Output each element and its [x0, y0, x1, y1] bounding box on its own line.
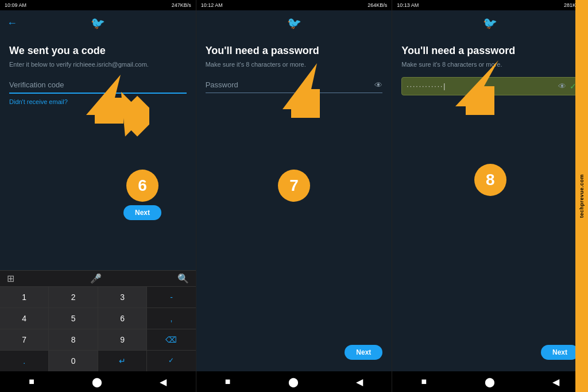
top-bar-2: 🐦: [196, 10, 392, 36]
eye-icon-2[interactable]: 👁: [374, 80, 382, 90]
screen1-title: We sent you a code: [9, 45, 187, 57]
status-time-1: 10:09 AM: [5, 2, 26, 8]
keyboard-grid-icon[interactable]: ⊞: [7, 273, 14, 284]
nav-back-1[interactable]: ◀: [160, 376, 167, 387]
twitter-logo-1: 🐦: [91, 16, 105, 30]
key-enter[interactable]: ↵: [98, 351, 146, 371]
keyboard-mic-icon[interactable]: 🎤: [90, 273, 102, 284]
key-0[interactable]: 0: [49, 351, 97, 371]
top-bar-3: 🐦: [392, 10, 588, 36]
status-bar-1: 10:09 AM 247KB/s: [0, 0, 196, 10]
key-1[interactable]: 1: [0, 287, 48, 308]
key-7[interactable]: 7: [0, 329, 48, 350]
key-3[interactable]: 3: [98, 287, 146, 308]
step-badge-6: 6: [126, 170, 158, 202]
screen2-subtitle: Make sure it's 8 characters or more.: [206, 61, 383, 68]
screen2-title: You'll need a password: [206, 45, 383, 57]
status-speed-2: 264KB/s: [368, 2, 387, 8]
key-6[interactable]: 6: [98, 308, 146, 329]
key-9[interactable]: 9: [98, 329, 146, 350]
watermark-text: techprevue.com: [579, 174, 585, 218]
content-2: You'll need a password Make sure it's 8 …: [196, 36, 392, 371]
screen-1: 10:09 AM 247KB/s ← 🐦 We sent you a code …: [0, 0, 196, 392]
content-3: You'll need a password Make sure it's 8 …: [392, 36, 588, 371]
status-time-3: 10:13 AM: [397, 2, 419, 8]
nav-back-2[interactable]: ◀: [356, 376, 363, 387]
password-input-wrapper-3: 👁 ✓: [401, 77, 579, 95]
status-bar-3: 10:13 AM 281KB/s: [392, 0, 588, 10]
nav-bar-2: ■ ⬤ ◀: [196, 371, 392, 392]
key-2[interactable]: 2: [49, 287, 97, 308]
nav-back-3[interactable]: ◀: [552, 376, 559, 387]
didnt-receive-link[interactable]: Didn't receive email?: [9, 98, 187, 105]
password-input-2[interactable]: [206, 77, 383, 93]
key-dash[interactable]: -: [147, 287, 195, 308]
next-button-2[interactable]: Next: [345, 345, 382, 360]
status-time-2: 10:12 AM: [201, 2, 223, 8]
screen-3: 10:13 AM 281KB/s 🐦 You'll need a passwor…: [392, 0, 588, 392]
password-input-3[interactable]: [401, 77, 579, 95]
status-bar-2: 10:12 AM 264KB/s: [196, 0, 392, 10]
key-check[interactable]: ✓: [147, 351, 195, 371]
nav-bar-3: ■ ⬤ ◀: [392, 371, 588, 392]
screen3-title: You'll need a password: [401, 45, 579, 57]
keyboard-search-icon[interactable]: 🔍: [177, 273, 189, 284]
keyboard-area: ⊞ 🎤 🔍 1 2 3 - 4 5 6 , 7 8 9 ⌫ . 0 ↵ ✓: [0, 270, 196, 371]
content-1: We sent you a code Enter it below to ver…: [0, 36, 196, 270]
key-4[interactable]: 4: [0, 308, 48, 329]
key-comma[interactable]: ,: [147, 308, 195, 329]
nav-stop-3[interactable]: ■: [421, 376, 427, 387]
key-8[interactable]: 8: [49, 329, 97, 350]
screens-container: 10:09 AM 247KB/s ← 🐦 We sent you a code …: [0, 0, 588, 392]
eye-icon-3[interactable]: 👁: [558, 82, 566, 91]
screen1-subtitle: Enter it below to verify richieee.isrich…: [9, 61, 187, 68]
nav-home-1[interactable]: ⬤: [92, 376, 102, 387]
key-dot[interactable]: .: [0, 351, 48, 371]
top-bar-1: ← 🐦: [0, 10, 196, 36]
watermark: techprevue.com: [575, 0, 588, 392]
status-speed-1: 247KB/s: [172, 2, 191, 8]
back-arrow-icon[interactable]: ←: [7, 17, 17, 29]
nav-bar-1: ■ ⬤ ◀: [0, 371, 196, 392]
nav-stop-1[interactable]: ■: [29, 376, 34, 387]
nav-home-3[interactable]: ⬤: [485, 376, 495, 387]
twitter-logo-2: 🐦: [287, 16, 301, 30]
verification-code-input[interactable]: [9, 77, 187, 94]
keyboard-toolbar: ⊞ 🎤 🔍: [0, 271, 196, 287]
nav-home-2[interactable]: ⬤: [288, 376, 299, 387]
key-5[interactable]: 5: [49, 308, 97, 329]
password-input-wrapper-2: 👁: [206, 77, 383, 93]
next-button-3[interactable]: Next: [541, 345, 579, 360]
nav-stop-2[interactable]: ■: [225, 376, 231, 387]
screen-2: 10:12 AM 264KB/s 🐦 You'll need a passwor…: [196, 0, 393, 392]
step-badge-8: 8: [474, 164, 506, 196]
twitter-logo-3: 🐦: [483, 16, 497, 30]
screen3-subtitle: Make sure it's 8 characters or more.: [401, 61, 579, 68]
keyboard-rows: 1 2 3 - 4 5 6 , 7 8 9 ⌫ . 0 ↵ ✓: [0, 287, 196, 371]
next-button-1[interactable]: Next: [123, 205, 161, 220]
step-badge-7: 7: [278, 170, 310, 202]
key-backspace[interactable]: ⌫: [147, 329, 195, 350]
